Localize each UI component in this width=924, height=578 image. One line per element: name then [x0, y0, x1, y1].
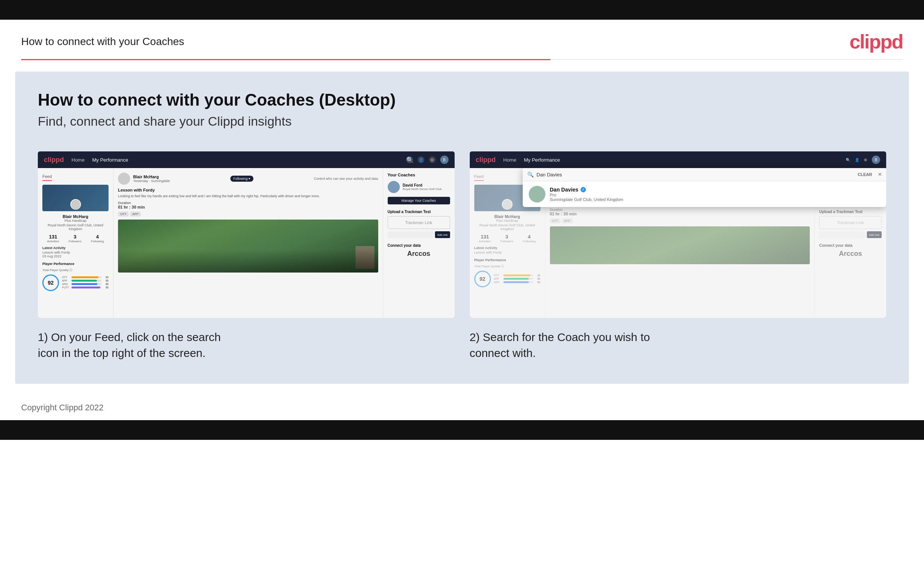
sc1-profile-bg	[42, 185, 108, 211]
sc1-bar-app: APP 85	[62, 279, 108, 282]
sc1-arccos-label: Arccos	[388, 250, 450, 258]
sc1-tags: OTT APP	[118, 212, 378, 216]
sc1-bars: OTT 90 APP 85	[62, 276, 108, 289]
sc1-score-circle: 92	[42, 274, 59, 291]
sc1-performance: Player Performance Total Player Quality …	[42, 262, 108, 291]
sc2-latest-val: Lesson with Fordy	[474, 250, 540, 254]
sc1-coach-club: Royal North Devon Golf Club	[403, 187, 442, 191]
sc2-verified-badge: ✓	[581, 187, 586, 192]
sc1-middle: Blair McHarg Yesterday · Sunningdale Fol…	[113, 168, 383, 318]
sc1-handicap: Plus Handicap	[42, 219, 108, 222]
sc2-user-icon: 👤	[855, 158, 859, 162]
sc1-logo: clippd	[44, 156, 64, 164]
sc1-coaches-title: Your Coaches	[388, 173, 450, 177]
sc2-profile-name: Blair McHarg	[474, 214, 540, 219]
sc2-search-result[interactable]: Dan Davies ✓ Pro Sunningdale Golf Club, …	[523, 181, 887, 207]
sc1-post-header: Blair McHarg Yesterday · Sunningdale Fol…	[118, 173, 378, 185]
sc1-add-link-btn[interactable]: Add Link	[435, 231, 450, 238]
sc1-stat-activities: 131 Activities	[47, 234, 59, 243]
panel-1: clippd Home My Performance 🔍 👤 ⚙ B Feed	[38, 151, 455, 361]
sc2-search-overlay: 🔍 Dan Davies CLEAR × Dan Davies ✓	[523, 168, 887, 207]
sc1-tag-app: APP	[130, 212, 141, 216]
sc2-result-info: Dan Davies ✓ Pro Sunningdale Golf Club, …	[550, 187, 623, 202]
sc1-bar-ott: OTT 90	[62, 276, 108, 279]
sc1-stat-following: 4 Following	[91, 234, 104, 243]
sc1-coach-info: David Ford Royal North Devon Golf Club	[403, 183, 442, 191]
search-icon[interactable]: 🔍	[406, 156, 413, 163]
sc2-handicap: Plus Handicap	[474, 219, 540, 222]
sc1-stat-followers: 3 Followers	[68, 234, 81, 243]
section-subtitle: Find, connect and share your Clippd insi…	[38, 114, 886, 129]
sc2-avatar: B	[872, 156, 880, 164]
header-divider	[21, 59, 903, 60]
settings-icon: ⚙	[429, 156, 436, 163]
sc2-feed-tab: Feed	[474, 174, 484, 181]
sc1-post-meta: Blair McHarg Yesterday · Sunningdale	[133, 174, 170, 183]
panel2-caption: 2) Search for the Coach you wish toconne…	[470, 329, 887, 361]
sc1-nav-home: Home	[71, 157, 85, 163]
sc1-duration: Duration 01 hr : 30 min	[118, 201, 378, 209]
sc1-tag-off: OTT	[118, 212, 129, 216]
sc1-latest-val: Lesson with Fordy	[42, 250, 108, 254]
sc1-perf-sub: Total Player Quality ⓘ	[42, 268, 108, 272]
sc1-trackman-box: Trackman Link	[388, 216, 450, 229]
sc1-perf-title: Player Performance	[42, 262, 108, 266]
sc2-performance: Player Performance Total Player Quality …	[474, 258, 540, 287]
sc2-nav-icons: 🔍 👤 ⚙ B	[846, 156, 880, 164]
sc2-result-name: Dan Davies ✓	[550, 187, 623, 193]
sc2-nav-myperformance: My Performance	[524, 157, 560, 163]
sc1-feed-tab: Feed	[42, 174, 52, 181]
sc2-settings-icon: ⚙	[864, 158, 867, 162]
page-title: How to connect with your Coaches	[21, 36, 184, 48]
panel1-caption: 1) On your Feed, click on the searchicon…	[38, 329, 455, 361]
sc1-image-overlay	[118, 250, 378, 273]
sc1-duration-val: 01 hr : 30 min	[118, 205, 145, 209]
sc1-bar-arg: ARG 86	[62, 283, 108, 286]
sc1-body: Feed Blair McHarg Plus Handicap Royal No…	[38, 168, 455, 318]
sc2-latest: Latest Activity	[474, 246, 540, 250]
sc2-body: Feed Blair McHarg Plus Handicap Royal No…	[470, 168, 887, 318]
sc1-follow-btn[interactable]: Following ▾	[230, 175, 254, 182]
sc1-post-image	[118, 219, 378, 273]
bottom-bar	[0, 420, 924, 440]
panels: clippd Home My Performance 🔍 👤 ⚙ B Feed	[38, 151, 886, 361]
sc1-nav: clippd Home My Performance 🔍 👤 ⚙ B	[38, 151, 455, 168]
footer: Copyright Clippd 2022	[0, 395, 924, 420]
sc1-coach-name: David Ford	[403, 183, 442, 187]
sc2-result-avatar	[529, 186, 545, 203]
section-title: How to connect with your Coaches (Deskto…	[38, 91, 886, 109]
sc1-stats: 131 Activities 3 Followers 4 Following	[42, 234, 108, 243]
sc1-score-row: 92 OTT 90 APP	[42, 274, 108, 291]
sc1-profile-name: Blair McHarg	[42, 214, 108, 219]
sc1-trackman-input: Add Link	[388, 231, 450, 238]
sc2-stats: 131Activities 3Followers 4Following	[474, 234, 540, 243]
avatar-icon: B	[440, 156, 448, 164]
screenshot-1: clippd Home My Performance 🔍 👤 ⚙ B Feed	[38, 151, 455, 318]
sc1-control-text: Control who can see your activity and da…	[314, 177, 378, 180]
sc2-search-bar: 🔍 Dan Davies CLEAR ×	[523, 168, 887, 181]
sc1-nav-icons: 🔍 👤 ⚙ B	[406, 156, 448, 164]
panel-2: clippd Home My Performance 🔍 👤 ⚙ B	[470, 151, 887, 361]
clippd-logo: clippd	[850, 30, 903, 53]
sc1-manage-btn[interactable]: Manage Your Coaches	[388, 197, 450, 205]
sc1-upload-title: Upload a Trackman Test	[388, 210, 450, 214]
sc2-logo: clippd	[476, 156, 496, 164]
sc1-club: Royal North Devon Golf Club, United King…	[42, 223, 108, 231]
sc1-connect-title: Connect your data	[388, 244, 450, 248]
sc1-tm-field[interactable]	[388, 231, 434, 238]
sc1-post-body: Looking to feel like my hands are exitin…	[118, 194, 378, 199]
main-content: How to connect with your Coaches (Deskto…	[15, 71, 909, 384]
top-bar	[0, 0, 924, 19]
sc1-author-avatar	[118, 173, 130, 185]
sc2-nav-home: Home	[503, 157, 517, 163]
copyright: Copyright Clippd 2022	[21, 403, 104, 412]
sc1-post-title: Lesson with Fordy	[118, 188, 378, 192]
sc2-close-btn[interactable]: ×	[878, 171, 882, 178]
sc2-search-icon-inner: 🔍	[527, 172, 534, 177]
sc2-search-input[interactable]: Dan Davies	[537, 172, 855, 177]
sc2-nav: clippd Home My Performance 🔍 👤 ⚙ B	[470, 151, 887, 168]
sc1-latest-label: Latest Activity	[42, 246, 108, 250]
sc1-coach-item: David Ford Royal North Devon Golf Club	[388, 181, 450, 193]
sc2-clear-btn[interactable]: CLEAR	[858, 172, 872, 177]
sc2-search-icon[interactable]: 🔍	[846, 158, 850, 162]
